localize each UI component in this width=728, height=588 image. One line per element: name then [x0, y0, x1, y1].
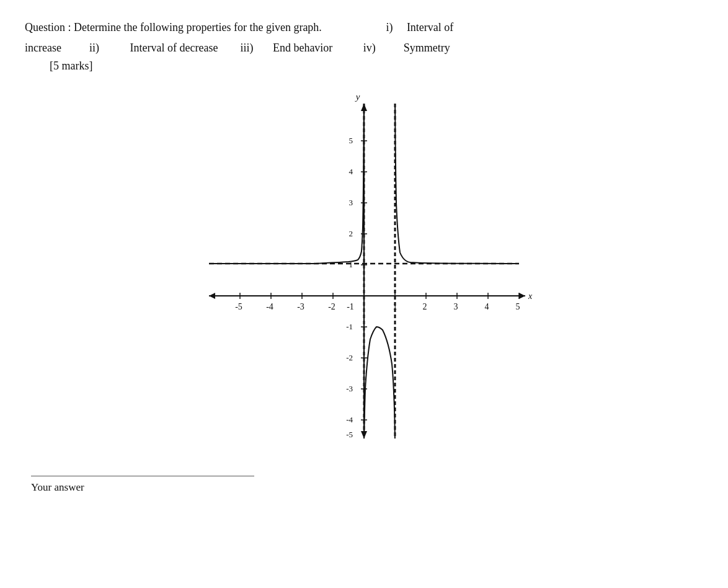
svg-text:-2: -2	[346, 353, 353, 362]
svg-text:5: 5	[516, 302, 520, 311]
graph-svg: -5 -4 -3 -2 -1 2 3 4 5 x 1 2 3 4 5 -1 -2…	[190, 85, 538, 457]
svg-text:3: 3	[349, 198, 353, 207]
svg-text:-5: -5	[346, 430, 353, 439]
svg-text:y: y	[355, 92, 360, 102]
svg-text:5: 5	[349, 136, 353, 145]
svg-text:-5: -5	[235, 302, 242, 311]
question-block: Question : Determine the following prope…	[25, 19, 703, 73]
your-answer-label[interactable]: Your answer	[31, 476, 254, 494]
svg-text:4: 4	[485, 302, 489, 311]
svg-marker-3	[209, 293, 215, 299]
question-line2: increase ii) Interval of decrease iii) E…	[25, 39, 703, 57]
svg-text:-4: -4	[266, 302, 273, 311]
svg-text:-3: -3	[297, 302, 304, 311]
svg-text:-3: -3	[346, 384, 353, 393]
svg-text:2: 2	[349, 229, 353, 238]
svg-text:-2: -2	[328, 302, 335, 311]
svg-text:4: 4	[349, 167, 353, 176]
svg-marker-2	[519, 293, 525, 299]
svg-text:2: 2	[423, 302, 427, 311]
svg-text:-1: -1	[346, 322, 353, 331]
marks: [5 marks]	[50, 60, 703, 73]
svg-text:-4: -4	[346, 415, 353, 424]
svg-text:3: 3	[454, 302, 458, 311]
svg-text:-1: -1	[347, 302, 354, 311]
svg-text:1: 1	[393, 302, 397, 311]
graph-area: -5 -4 -3 -2 -1 2 3 4 5 x 1 2 3 4 5 -1 -2…	[25, 85, 703, 457]
svg-text:x: x	[528, 292, 533, 301]
question-line1: Question : Determine the following prope…	[25, 19, 703, 37]
